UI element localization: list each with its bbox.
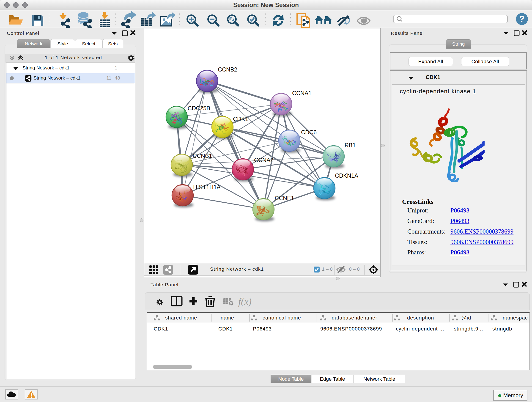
svg-text:CCNB2: CCNB2	[218, 66, 237, 73]
svg-text:RB1: RB1	[345, 142, 356, 148]
svg-text:CDKN1A: CDKN1A	[335, 172, 358, 179]
svg-text:CCNB1: CCNB1	[193, 153, 212, 159]
svg-text:?: ?	[519, 14, 525, 24]
svg-text:CDC6: CDC6	[301, 129, 317, 135]
svg-text:CCNA1: CCNA1	[292, 90, 312, 96]
svg-text:HIST1H1A: HIST1H1A	[193, 184, 221, 190]
svg-text:CCNE1: CCNE1	[275, 195, 294, 201]
svg-text:CCNA2: CCNA2	[254, 157, 273, 163]
svg-text:CDK1: CDK1	[233, 116, 248, 122]
svg-text:CDC25B: CDC25B	[188, 105, 210, 111]
svg-text:f(x): f(x)	[238, 296, 252, 307]
